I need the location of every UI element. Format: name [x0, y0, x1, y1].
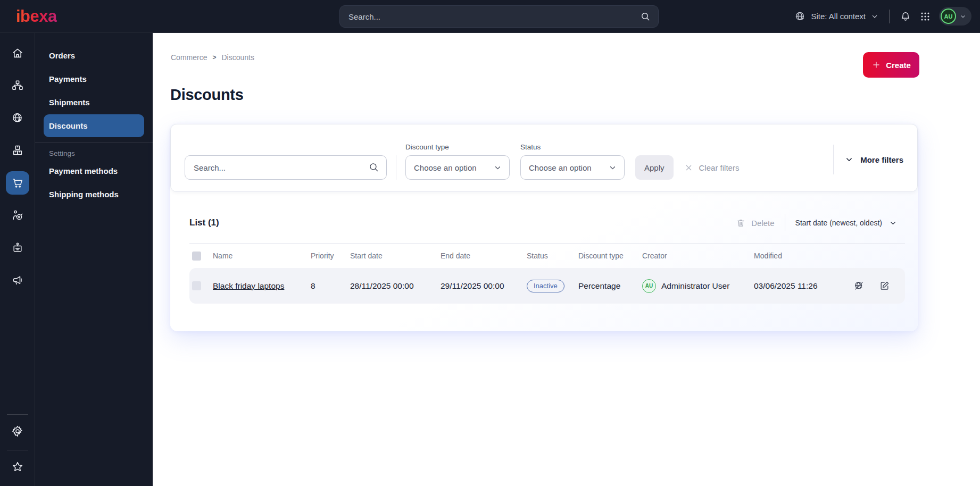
column-header-start-date: Start date [350, 252, 441, 260]
preview-disabled-button[interactable] [853, 280, 865, 291]
column-header-priority: Priority [311, 252, 350, 260]
status-select[interactable]: Choose an option [520, 155, 625, 180]
edit-icon [879, 280, 890, 291]
sidebar-item-sitemap[interactable] [6, 74, 29, 97]
status-badge: Inactive [527, 280, 564, 292]
select-all-checkbox[interactable] [192, 252, 201, 261]
close-icon [684, 163, 693, 172]
delete-button[interactable]: Delete [736, 218, 774, 228]
search-icon [368, 162, 379, 173]
trash-icon [736, 218, 746, 228]
row-end-date: 29/11/2025 00:00 [441, 281, 527, 291]
discount-name-link[interactable]: Black friday laptops [213, 281, 284, 290]
sitemap-icon [11, 79, 24, 92]
global-search-input[interactable] [348, 12, 640, 21]
sidebar-item-bookmarks[interactable] [6, 455, 29, 479]
nav-divider [35, 143, 153, 143]
nav-item-payments[interactable]: Payments [44, 68, 144, 90]
bell-icon [900, 11, 911, 22]
grid-dots-icon [919, 11, 931, 22]
chevron-down-icon [888, 219, 898, 228]
sidebar-item-personalization[interactable] [6, 204, 29, 227]
status-label: Status [520, 143, 625, 151]
main-content: Commerce > Discounts Create Discounts Di… [153, 33, 980, 486]
breadcrumb-discounts[interactable]: Discounts [221, 53, 254, 62]
home-icon [11, 47, 24, 60]
row-checkbox[interactable] [192, 281, 201, 290]
column-header-creator: Creator [642, 252, 754, 260]
sidebar-item-products[interactable] [6, 139, 29, 162]
creator-name: Administrator User [661, 281, 729, 291]
edit-button[interactable] [879, 280, 890, 291]
commerce-nav-panel: Orders Payments Shipments Discounts Sett… [35, 33, 153, 486]
column-header-modified: Modified [754, 252, 841, 260]
chevron-down-icon [493, 163, 502, 172]
sidebar-item-customers[interactable] [6, 236, 29, 259]
site-context-selector[interactable]: Site: All context [794, 11, 879, 22]
id-badge-icon [11, 241, 24, 254]
chevron-down-icon [870, 12, 879, 21]
gear-icon [11, 425, 24, 438]
nav-item-payment-methods[interactable]: Payment methods [44, 160, 144, 182]
nav-item-discounts[interactable]: Discounts [44, 114, 144, 137]
create-button[interactable]: Create [863, 52, 919, 78]
icon-rail [0, 33, 35, 486]
site-context-label: Site: All context [811, 12, 866, 21]
row-creator: AU Administrator User [642, 279, 754, 293]
clear-filters-button[interactable]: Clear filters [684, 155, 740, 180]
filter-divider [396, 155, 396, 180]
nav-item-shipments[interactable]: Shipments [44, 91, 144, 114]
preview-disabled-icon [853, 280, 865, 291]
cart-icon [11, 177, 24, 189]
page-title: Discounts [170, 86, 244, 104]
rail-divider [7, 450, 28, 450]
user-menu[interactable]: AU [939, 7, 971, 26]
global-search[interactable] [339, 5, 659, 28]
breadcrumb-commerce[interactable]: Commerce [171, 53, 207, 62]
list-header-divider [785, 214, 785, 231]
discount-type-select[interactable]: Choose an option [405, 155, 510, 180]
globe-cursor-icon [11, 112, 24, 124]
avatar: AU [941, 9, 956, 24]
more-filters-divider [833, 145, 834, 174]
discount-type-filter: Discount type Choose an option [405, 143, 510, 180]
list-search[interactable] [185, 155, 387, 180]
row-start-date: 28/11/2025 00:00 [350, 281, 441, 291]
more-filters-button[interactable]: More filters [844, 155, 903, 164]
sidebar-item-site[interactable] [6, 106, 29, 130]
creator-avatar: AU [642, 279, 656, 293]
column-header-discount-type: Discount type [578, 252, 642, 260]
chevron-down-icon [959, 13, 967, 20]
search-icon [640, 11, 651, 22]
nav-item-orders[interactable]: Orders [44, 44, 144, 67]
sidebar-item-marketing[interactable] [6, 269, 29, 292]
sidebar-item-commerce[interactable] [6, 171, 29, 195]
list-search-input[interactable] [185, 155, 387, 180]
row-discount-type: Percentage [578, 281, 642, 291]
breadcrumb-separator: > [212, 54, 216, 61]
discounts-panel: Discount type Choose an option Status Ch… [170, 124, 918, 331]
topbar-right-cluster: Site: All context AU [794, 7, 971, 26]
more-filters-wrap: More filters [833, 145, 903, 174]
plus-icon [871, 60, 881, 70]
list-header: List (1) Delete Start date (newest, olde… [189, 214, 905, 231]
boxes-icon [11, 144, 24, 157]
rail-divider [7, 414, 28, 415]
globe-cursor-icon [794, 11, 806, 22]
apply-button[interactable]: Apply [635, 155, 674, 180]
ibexa-logo[interactable]: ibexa [16, 8, 57, 24]
nav-item-shipping-methods[interactable]: Shipping methods [44, 183, 144, 206]
app-grid-button[interactable] [919, 11, 931, 22]
column-header-status: Status [527, 252, 578, 260]
nav-section-settings: Settings [49, 149, 139, 157]
topbar-divider [889, 10, 890, 23]
rail-bottom-group [0, 409, 35, 479]
sidebar-item-home[interactable] [6, 41, 29, 65]
discount-type-label: Discount type [405, 143, 510, 151]
column-header-name: Name [213, 252, 311, 260]
notifications-button[interactable] [900, 11, 911, 22]
row-actions [841, 280, 905, 291]
sidebar-item-settings[interactable] [6, 420, 29, 443]
breadcrumb: Commerce > Discounts [171, 53, 254, 62]
sort-button[interactable]: Start date (newest, oldest) [795, 219, 905, 228]
